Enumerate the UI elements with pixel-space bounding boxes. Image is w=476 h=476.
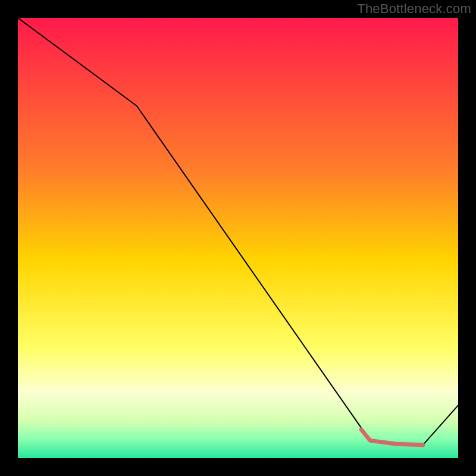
plot-area	[18, 18, 458, 458]
chart-svg	[18, 18, 458, 458]
gradient-background	[18, 18, 458, 458]
watermark-text: TheBottleneck.com	[357, 1, 471, 17]
chart-frame: TheBottleneck.com	[0, 0, 476, 476]
